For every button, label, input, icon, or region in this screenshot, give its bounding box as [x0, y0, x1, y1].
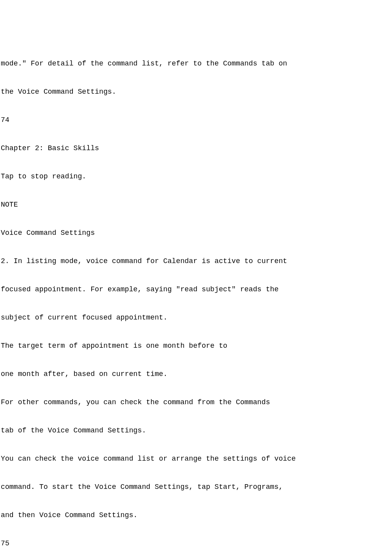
text-line: Chapter 2: Basic Skills — [1, 141, 392, 155]
text-line: and then Voice Command Settings. — [1, 508, 392, 522]
text-line: command. To start the Voice Command Sett… — [1, 480, 392, 494]
text-line: 2. In listing mode, voice command for Ca… — [1, 254, 392, 268]
text-line: mode." For detail of the command list, r… — [1, 56, 392, 71]
text-line: NOTE — [1, 198, 392, 212]
text-line: the Voice Command Settings. — [1, 85, 392, 99]
text-line: 75 — [1, 536, 392, 550]
text-line: subject of current focused appointment. — [1, 310, 392, 325]
text-line: 74 — [1, 113, 392, 127]
text-line: tab of the Voice Command Settings. — [1, 423, 392, 438]
text-line: Tap to stop reading. — [1, 169, 392, 183]
text-line: focused appointment. For example, saying… — [1, 282, 392, 296]
text-line: one month after, based on current time. — [1, 367, 392, 381]
text-line: For other commands, you can check the co… — [1, 395, 392, 409]
text-line: Voice Command Settings — [1, 226, 392, 240]
text-line: The target term of appointment is one mo… — [1, 339, 392, 353]
text-line: You can check the voice command list or … — [1, 452, 392, 466]
